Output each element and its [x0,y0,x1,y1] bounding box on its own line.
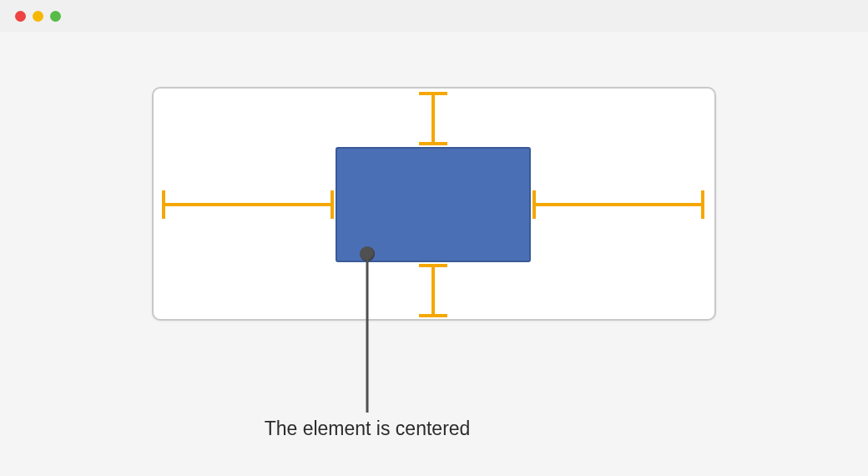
maximize-window-icon[interactable] [50,11,61,22]
minimize-window-icon[interactable] [33,11,43,22]
annotation-leader-line [366,254,369,413]
spacer-top-icon [419,92,447,145]
annotation-label: The element is centered [265,418,471,440]
window-titlebar [0,0,868,32]
centered-element [336,147,531,262]
close-window-icon[interactable] [15,11,26,22]
spacer-right-icon [532,190,704,219]
spacer-bottom-icon [419,264,447,317]
container-canvas [152,87,716,321]
spacer-left-icon [162,190,334,219]
